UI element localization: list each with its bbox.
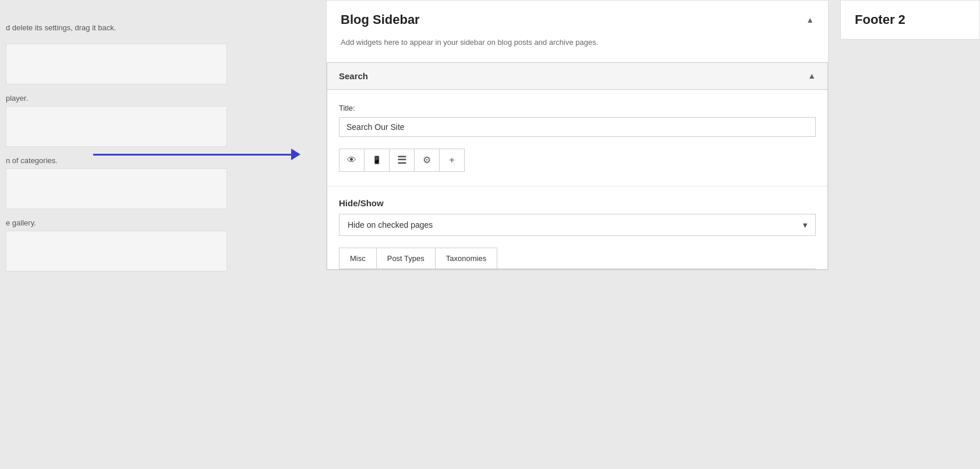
plus-icon: + [449, 155, 454, 165]
left-text-3: n of categories. [6, 156, 314, 165]
hide-show-select[interactable]: Hide on checked pages Show on checked pa… [339, 214, 816, 236]
left-widget-1 [6, 44, 227, 84]
gear-icon: ⚙ [423, 154, 431, 165]
hide-show-select-wrapper: Hide on checked pages Show on checked pa… [339, 214, 816, 236]
left-description: d delete its settings, drag it back. [6, 23, 314, 84]
arrow-line [93, 154, 291, 156]
blog-sidebar-title: Blog Sidebar [341, 12, 420, 27]
settings-button[interactable]: ⚙ [414, 149, 440, 172]
align-button[interactable]: ☰ [389, 149, 415, 172]
left-widget-2 [6, 106, 227, 147]
tab-post-types[interactable]: Post Types [376, 248, 436, 269]
left-panel: d delete its settings, drag it back. pla… [0, 0, 314, 469]
phone-icon: 📱 [372, 156, 381, 164]
left-text-1: d delete its settings, drag it back. [6, 23, 314, 32]
blog-sidebar-collapse-icon[interactable]: ▲ [806, 15, 814, 24]
mobile-button[interactable]: 📱 [364, 149, 390, 172]
widget-icon-toolbar: 👁 📱 ☰ ⚙ + [339, 149, 816, 172]
tab-taxonomies[interactable]: Taxonomies [435, 248, 497, 269]
title-field-label: Title: [339, 104, 816, 112]
footer2-card: Footer 2 [840, 0, 980, 40]
tabs-list: Misc Post Types Taxonomies [339, 248, 816, 269]
search-widget-body: Title: 👁 📱 ☰ ⚙ [327, 90, 827, 186]
visibility-button[interactable]: 👁 [339, 149, 365, 172]
left-widget-3 [6, 168, 227, 209]
left-widget-4 [6, 231, 227, 271]
left-text-4: e gallery. [6, 218, 314, 227]
footer2-title: Footer 2 [855, 12, 905, 27]
add-button[interactable]: + [439, 149, 465, 172]
arrow-head [291, 149, 300, 160]
left-text-2: player. [6, 94, 314, 103]
tabs-section: Misc Post Types Taxonomies [327, 248, 827, 269]
align-icon: ☰ [397, 154, 406, 167]
search-widget-collapse-icon[interactable]: ▲ [808, 71, 816, 80]
hide-show-label: Hide/Show [339, 198, 816, 208]
search-widget-title: Search [339, 71, 368, 81]
eye-icon: 👁 [347, 155, 356, 165]
left-group-3: n of categories. [6, 156, 314, 209]
right-panel: Footer 2 [840, 0, 980, 469]
arrow-indicator [93, 154, 291, 156]
search-widget: Search ▲ Title: 👁 📱 [327, 62, 828, 270]
main-panel: Blog Sidebar ▲ Add widgets here to appea… [314, 0, 840, 469]
search-widget-header[interactable]: Search ▲ [327, 63, 827, 90]
title-input[interactable] [339, 117, 816, 137]
tab-misc[interactable]: Misc [339, 248, 377, 269]
blog-sidebar-card: Blog Sidebar ▲ Add widgets here to appea… [326, 0, 829, 270]
blog-sidebar-header[interactable]: Blog Sidebar ▲ [327, 1, 828, 37]
left-group-2: player. [6, 94, 314, 147]
hide-show-section: Hide/Show Hide on checked pages Show on … [327, 198, 827, 248]
blog-sidebar-description: Add widgets here to appear in your sideb… [327, 37, 828, 62]
left-group-4: e gallery. [6, 218, 314, 271]
widget-divider [327, 186, 827, 186]
